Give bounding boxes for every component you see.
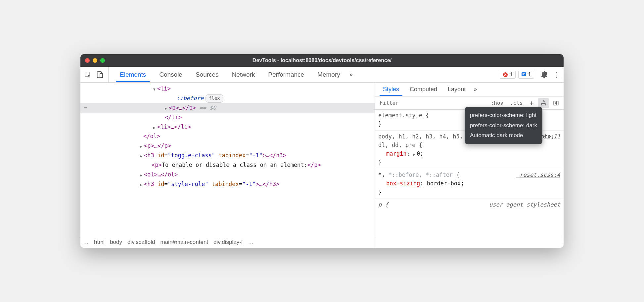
expand-tri-icon[interactable] <box>140 151 144 160</box>
settings-gear-icon[interactable] <box>540 70 549 79</box>
kebab-menu-icon[interactable]: ⋮ <box>552 70 561 79</box>
hov-toggle-button[interactable]: :hov <box>488 99 506 107</box>
breadcrumb-item[interactable]: html <box>94 239 105 245</box>
window-title: DevTools - localhost:8080/docs/devtools/… <box>253 57 391 63</box>
expand-tri-icon[interactable] <box>165 103 169 113</box>
error-badge[interactable]: 1 <box>500 71 516 79</box>
styles-tab-layout[interactable]: Layout <box>442 83 471 96</box>
content-area: <li> ::beforeflex <p>…</p> == $0 </li> <… <box>80 83 564 248</box>
tab-network[interactable]: Network <box>225 67 262 82</box>
dom-pseudo[interactable]: ::before <box>176 95 204 101</box>
rule-source-link[interactable]: _reset.scss:4 <box>516 170 560 179</box>
dom-tree[interactable]: <li> ::beforeflex <p>…</p> == $0 </li> <… <box>80 83 375 236</box>
menu-item-dark[interactable]: prefers-color-scheme: dark <box>470 121 537 131</box>
tab-console[interactable]: Console <box>153 67 189 82</box>
dom-tag[interactable]: <h3 <box>144 181 158 187</box>
breadcrumbs: … html body div.scaffold main#main-conte… <box>80 236 375 248</box>
flex-badge[interactable]: flex <box>206 94 223 103</box>
device-toggle-icon[interactable] <box>95 70 104 79</box>
dom-tag: </p> <box>307 162 321 168</box>
styles-tab-styles[interactable]: Styles <box>378 83 404 96</box>
dom-tag: <p>…</p> <box>169 104 196 111</box>
divider <box>537 70 537 79</box>
styles-tabs: Styles Computed Layout » <box>375 83 564 96</box>
menu-item-light[interactable]: prefers-color-scheme: light <box>470 110 537 121</box>
main-toolbar: Elements Console Sources Network Perform… <box>80 67 564 83</box>
inspect-element-icon[interactable] <box>83 70 92 79</box>
minimize-window-button[interactable] <box>93 58 97 63</box>
dom-tag[interactable]: <li>…</li> <box>157 124 191 130</box>
styles-panel: Styles Computed Layout » :hov .cls + <box>375 83 564 248</box>
styles-filter-input[interactable] <box>377 98 487 107</box>
dom-selected-row[interactable]: <p>…</p> == $0 <box>80 103 375 113</box>
new-style-rule-button[interactable]: + <box>527 98 536 108</box>
tab-sources[interactable]: Sources <box>189 67 225 82</box>
close-window-button[interactable] <box>85 58 90 63</box>
css-value[interactable]: 0 <box>417 150 420 157</box>
dom-tag: </ol> <box>143 133 160 139</box>
dom-tag: <p> <box>152 162 162 168</box>
rule-source-label: user agent stylesheet <box>489 200 560 209</box>
elements-panel: <li> ::beforeflex <p>…</p> == $0 </li> <… <box>80 83 375 248</box>
expand-tri-icon[interactable] <box>140 179 144 189</box>
breadcrumb-item[interactable]: div.display-f <box>213 239 243 245</box>
color-scheme-menu: prefers-color-scheme: light prefers-colo… <box>465 107 542 144</box>
breadcrumb-item[interactable]: main#main-content <box>160 239 208 245</box>
dom-tag[interactable]: <p>…</p> <box>144 142 171 149</box>
svg-rect-5 <box>522 72 526 76</box>
titlebar: DevTools - localhost:8080/docs/devtools/… <box>80 54 564 67</box>
css-property[interactable]: margin <box>386 150 406 157</box>
expand-tri-icon[interactable] <box>140 141 144 151</box>
tab-performance[interactable]: Performance <box>261 67 311 82</box>
breadcrumb-item[interactable]: body <box>110 239 122 245</box>
breadcrumb-item[interactable]: div.scaffold <box>127 239 155 245</box>
computed-sidebar-toggle-icon[interactable] <box>550 98 562 108</box>
dom-tag[interactable]: <ol>…</ol> <box>144 171 178 178</box>
breadcrumb-overflow-left[interactable]: … <box>83 239 89 245</box>
maximize-window-button[interactable] <box>100 58 105 63</box>
tab-elements[interactable]: Elements <box>113 67 153 82</box>
expand-tri-icon[interactable] <box>153 122 157 132</box>
rule-close: } <box>378 188 560 197</box>
rule-close: } <box>378 158 560 167</box>
css-rule[interactable]: _reset.scss:4 *, *::before, *::after { b… <box>375 169 564 199</box>
dom-tag: </li> <box>165 114 182 121</box>
css-rule[interactable]: user agent stylesheet p { <box>375 199 564 211</box>
svg-rect-6 <box>554 101 558 105</box>
expand-tri-icon[interactable] <box>140 170 144 179</box>
rendering-emulations-icon[interactable] <box>538 98 549 108</box>
css-value[interactable]: border-box <box>427 180 461 187</box>
error-count: 1 <box>510 72 513 78</box>
more-tabs-chevron-icon[interactable]: » <box>347 71 355 78</box>
traffic-lights <box>85 58 105 63</box>
breadcrumb-overflow-right[interactable]: … <box>248 239 254 245</box>
menu-item-auto-dark[interactable]: Automatic dark mode <box>470 131 537 141</box>
expand-tri-icon[interactable] <box>153 84 157 94</box>
dom-tag[interactable]: <h3 <box>144 152 158 159</box>
issue-count: 1 <box>528 72 531 78</box>
shorthand-expand-icon[interactable]: ▶ <box>413 153 415 156</box>
css-property[interactable]: box-sizing <box>386 180 420 187</box>
cls-toggle-button[interactable]: .cls <box>507 99 526 107</box>
console-ref-hint: == $0 <box>196 104 216 111</box>
main-tabs: Elements Console Sources Network Perform… <box>110 67 495 82</box>
more-styles-tabs-icon[interactable]: » <box>471 86 480 93</box>
styles-tab-computed[interactable]: Computed <box>404 83 442 96</box>
dom-text: To enable or disable a class on an eleme… <box>162 162 307 168</box>
tab-memory[interactable]: Memory <box>311 67 347 82</box>
dom-tag: <li> <box>157 85 171 92</box>
devtools-window: DevTools - localhost:8080/docs/devtools/… <box>80 54 564 248</box>
svg-rect-2 <box>100 73 103 78</box>
issue-badge[interactable]: 1 <box>518 71 534 79</box>
